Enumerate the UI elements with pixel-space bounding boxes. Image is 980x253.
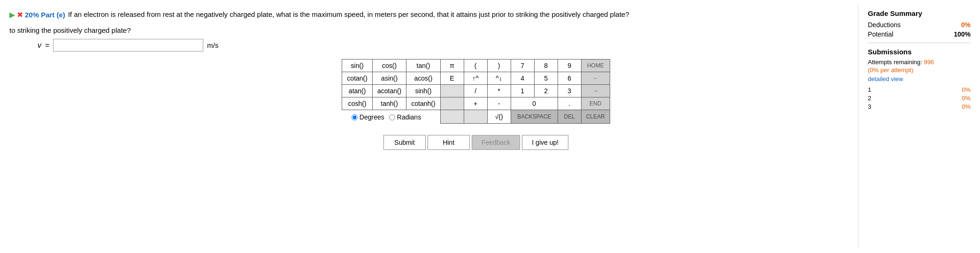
submission-row-3: 3 0% xyxy=(868,103,971,110)
btn-cotan[interactable]: cotan() xyxy=(342,72,373,85)
deductions-label: Deductions xyxy=(868,21,901,29)
part-icons: ▶ ✖ 20% Part (e) xyxy=(9,9,65,21)
btn-cos[interactable]: cos() xyxy=(372,60,406,72)
question-text: If an electron is released from rest at … xyxy=(68,9,629,20)
input-row: v = m/s xyxy=(38,39,849,52)
btn-sqrt[interactable]: √() xyxy=(487,110,511,124)
question-header: ▶ ✖ 20% Part (e) If an electron is relea… xyxy=(9,9,849,21)
sub-val-3: 0% xyxy=(962,103,971,110)
btn-acos[interactable]: acos() xyxy=(406,72,440,85)
btn-right-arrow[interactable]: → xyxy=(581,85,610,97)
btn-rparen[interactable]: ) xyxy=(487,60,511,72)
feedback-button[interactable]: Feedback xyxy=(472,135,520,150)
radians-text: Radians xyxy=(397,113,421,121)
answer-input[interactable] xyxy=(53,39,203,52)
btn-6[interactable]: 6 xyxy=(558,72,581,85)
arrow-icon: ▶ xyxy=(9,9,15,21)
attempts-remaining-label: Attempts remaining: xyxy=(868,59,924,66)
btn-4[interactable]: 4 xyxy=(511,72,534,85)
btn-end[interactable]: END xyxy=(581,97,610,110)
degrees-radio[interactable] xyxy=(352,114,358,120)
sub-val-1: 0% xyxy=(962,86,971,93)
sub-num-3: 3 xyxy=(868,103,871,110)
v-label: v xyxy=(38,41,41,50)
btn-lparen[interactable]: ( xyxy=(464,60,487,72)
potential-row: Potential 100% xyxy=(868,30,971,38)
grade-summary-title: Grade Summary xyxy=(868,9,971,17)
submit-button[interactable]: Submit xyxy=(383,135,426,150)
submissions-title: Submissions xyxy=(868,48,971,56)
submission-row-1: 1 0% xyxy=(868,86,971,93)
btn-tan[interactable]: tan() xyxy=(406,60,440,72)
btn-acotan[interactable]: acotan() xyxy=(372,85,406,97)
calculator-area: sin() cos() tan() π ( ) 7 8 9 HOME cotan… xyxy=(103,59,849,150)
btn-minus[interactable]: - xyxy=(487,97,511,110)
unit-label: m/s xyxy=(207,41,218,49)
btn-5[interactable]: 5 xyxy=(534,72,558,85)
btn-7[interactable]: 7 xyxy=(511,60,534,72)
sub-num-1: 1 xyxy=(868,86,871,93)
detailed-view-link[interactable]: detailed view xyxy=(868,75,971,82)
sidebar: Grade Summary Deductions 0% Potential 10… xyxy=(858,5,980,248)
btn-pi[interactable]: π xyxy=(440,60,464,72)
equals-sign: = xyxy=(45,41,49,50)
btn-plus[interactable]: + xyxy=(464,97,487,110)
btn-empty2 xyxy=(440,97,464,110)
degrees-label[interactable]: Degrees xyxy=(352,113,384,121)
btn-1[interactable]: 1 xyxy=(511,85,534,97)
btn-0[interactable]: 0 xyxy=(511,97,558,110)
btn-9[interactable]: 9 xyxy=(558,60,581,72)
btn-dot[interactable]: . xyxy=(558,97,581,110)
submission-row-2: 2 0% xyxy=(868,95,971,102)
attempts-remaining: Attempts remaining: 996 xyxy=(868,59,971,66)
btn-tanh[interactable]: tanh() xyxy=(372,97,406,110)
sub-num-2: 2 xyxy=(868,95,871,102)
btn-asin[interactable]: asin() xyxy=(372,72,406,85)
deductions-value: 0% xyxy=(961,21,971,29)
btn-3[interactable]: 3 xyxy=(558,85,581,97)
action-buttons: Submit Hint Feedback I give up! xyxy=(383,135,568,150)
degrees-radians-cell: Degrees Radians xyxy=(342,110,440,124)
x-icon: ✖ xyxy=(17,9,23,21)
give-up-button[interactable]: I give up! xyxy=(522,135,568,150)
btn-up-arrow[interactable]: ↑^ xyxy=(464,72,487,85)
calculator-table: sin() cos() tan() π ( ) 7 8 9 HOME cotan… xyxy=(342,59,610,124)
divider xyxy=(868,43,971,43)
part-label: 20% Part (e) xyxy=(25,10,65,21)
btn-backspace-arrow[interactable]: ← xyxy=(581,72,610,85)
btn-home[interactable]: HOME xyxy=(581,60,610,72)
btn-backspace[interactable]: BACKSPACE xyxy=(511,110,558,124)
btn-e[interactable]: E xyxy=(440,72,464,85)
sub-val-2: 0% xyxy=(962,95,971,102)
potential-label: Potential xyxy=(868,30,893,38)
btn-sin[interactable]: sin() xyxy=(342,60,373,72)
degrees-text: Degrees xyxy=(360,113,384,121)
radians-radio[interactable] xyxy=(389,114,395,120)
btn-divide[interactable]: / xyxy=(464,85,487,97)
btn-down-arrow[interactable]: ^↓ xyxy=(487,72,511,85)
question-continuation: to striking the positively charged plate… xyxy=(9,26,849,34)
radians-label[interactable]: Radians xyxy=(389,113,421,121)
btn-clear[interactable]: CLEAR xyxy=(581,110,610,124)
btn-empty1 xyxy=(440,85,464,97)
hint-button[interactable]: Hint xyxy=(428,135,470,150)
btn-sinh[interactable]: sinh() xyxy=(406,85,440,97)
deductions-row: Deductions 0% xyxy=(868,21,971,29)
attempts-count[interactable]: 996 xyxy=(924,59,934,66)
potential-value: 100% xyxy=(954,30,971,38)
btn-2[interactable]: 2 xyxy=(534,85,558,97)
btn-atan[interactable]: atan() xyxy=(342,85,373,97)
btn-multiply[interactable]: * xyxy=(487,85,511,97)
btn-del[interactable]: DEL xyxy=(558,110,581,124)
btn-empty4 xyxy=(464,110,487,124)
degrees-radians: Degrees Radians xyxy=(352,113,436,121)
btn-cotanh[interactable]: cotanh() xyxy=(406,97,440,110)
btn-cosh[interactable]: cosh() xyxy=(342,97,373,110)
btn-8[interactable]: 8 xyxy=(534,60,558,72)
btn-empty3 xyxy=(440,110,464,124)
per-attempt-text: (0% per attempt) xyxy=(868,67,971,74)
